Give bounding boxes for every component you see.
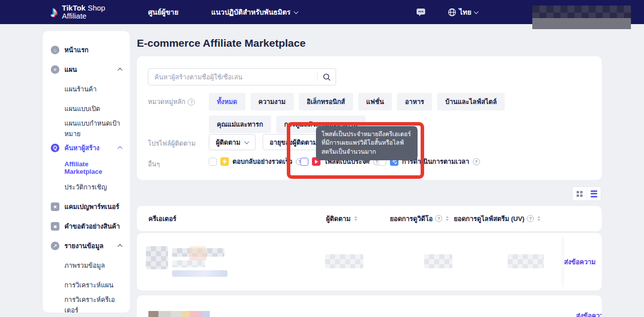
category-chip-fashion[interactable]: แฟชั่น	[358, 93, 392, 111]
view-toggle	[572, 186, 601, 201]
sidebar-item-shop-plan[interactable]: แผนร้านค้า	[43, 79, 130, 99]
chevron-up-icon	[118, 146, 123, 151]
chevron-down-icon	[293, 9, 298, 14]
sidebar-item-label: ประวัติการเชิญ	[64, 182, 107, 192]
category-chip-food[interactable]: อาหาร	[397, 93, 432, 111]
nav-partner-guidelines[interactable]: แนวปฏิบัติสำหรับพันธมิตร	[211, 7, 298, 18]
sort-icon[interactable]	[537, 216, 540, 221]
list-view-button[interactable]	[587, 187, 601, 200]
header-label: ยอดการดูวิดีโอ	[390, 214, 433, 224]
logo-affiliate: Affiliate	[62, 12, 105, 21]
sidebar-item-plans[interactable]: ≡ แผน	[43, 60, 130, 79]
category-chip-all[interactable]: ทั้งหมด	[209, 93, 246, 111]
globe-icon	[448, 8, 456, 17]
sidebar-item-data-reports[interactable]: ↗ รายงานข้อมูล	[43, 236, 130, 256]
chevron-up-icon	[118, 68, 123, 73]
sidebar-item-open-plan[interactable]: แผนแบบเปิด	[43, 99, 130, 119]
filter-quick-reply: ตอบกลับอย่างรวดเร็ว ?	[209, 156, 303, 167]
send-message-button[interactable]: ส่งข้อความ	[564, 257, 596, 267]
header-label: ครีเอเตอร์	[148, 214, 177, 224]
nav-seller-center-label: ศูนย์ผู้ขาย	[148, 7, 179, 18]
tiktok-note-icon: ♪	[50, 5, 58, 20]
redacted-followers-value	[325, 254, 363, 268]
search-icon[interactable]	[317, 73, 336, 81]
plan-icon: ≡	[51, 65, 59, 74]
category-label-text: หมวดหมู่หลัก	[148, 96, 185, 107]
messages-icon[interactable]	[416, 8, 426, 17]
sidebar-item-label: รายงานข้อมูล	[64, 241, 118, 251]
sidebar-item-partner-campaigns[interactable]: ★ แคมเปญพาร์ทเนอร์	[43, 197, 130, 217]
category-chip-home-lifestyle[interactable]: บ้านและไลฟ์สไตล์	[437, 93, 505, 111]
column-header-followers[interactable]: ผู้ติดตาม	[326, 206, 357, 231]
creator-table-row-partial: ส่งข้อความ	[137, 295, 602, 317]
sort-icon[interactable]	[354, 216, 357, 221]
sidebar-item-sample-requests[interactable]: ■ คำขอตัวอย่างสินค้า	[43, 217, 130, 236]
others-label-text: อื่นๆ	[148, 159, 160, 169]
sidebar-item-data-overview[interactable]: ภาพรวมข้อมูล	[43, 256, 130, 275]
sidebar-item-affiliate-marketplace[interactable]: Affiliate Marketplace	[43, 158, 130, 177]
redacted-account-name	[532, 6, 631, 19]
help-icon[interactable]: ?	[188, 98, 195, 105]
sidebar-item-label: แผน	[64, 64, 118, 75]
send-message-button[interactable]: ส่งข้อความ	[576, 310, 602, 317]
category-filter-label: หมวดหมู่หลัก ?	[148, 96, 195, 107]
page-title: E-commerce Affiliate Marketplace	[137, 37, 305, 49]
category-chip-beauty[interactable]: ความงาม	[251, 93, 294, 111]
help-icon[interactable]: ?	[435, 215, 442, 222]
redacted-avatar-strip	[148, 311, 210, 317]
quick-reply-checkbox[interactable]	[209, 158, 217, 166]
redacted-livestream-views-value	[508, 254, 544, 268]
posts-regularly-checkbox[interactable]	[300, 158, 308, 166]
app-window: ♪ TikTok Shop Affiliate ศูนย์ผู้ขาย แนวป…	[0, 0, 644, 317]
filter-panel: หมวดหมู่หลัก ? ทั้งหมด ความงาม อิเล็กทรอ…	[137, 56, 602, 180]
follower-profile-label-text: โปรไฟล์ผู้ติดตาม	[148, 138, 196, 149]
column-header-livestream-views[interactable]: ยอดการดูไลฟ์สตรีม (UV) ?	[454, 206, 540, 231]
posts-regularly-tooltip: โพสต์เป็นประจำหมายถึงครีเอเตอร์ที่มีการเ…	[316, 126, 418, 160]
redacted-account-block	[532, 18, 631, 29]
category-chip-mom-baby[interactable]: คุณแม่และทารก	[209, 116, 271, 133]
language-label: ไทย	[459, 7, 471, 18]
help-icon[interactable]: ?	[473, 158, 480, 165]
sidebar-item-invitation-history[interactable]: ประวัติการเชิญ	[43, 177, 130, 197]
sidebar-item-label: แผนร้านค้า	[64, 84, 97, 94]
nav-seller-center[interactable]: ศูนย์ผู้ขาย	[148, 7, 179, 18]
home-icon: ⌂	[51, 46, 59, 54]
follower-filter-dropdowns: ผู้ติดตาม อายุของผู้ติดตาม	[209, 134, 332, 150]
chevron-up-icon	[118, 244, 123, 249]
sidebar-item-label: Affiliate Marketplace	[64, 160, 122, 175]
sidebar-item-label: แคมเปญพาร์ทเนอร์	[64, 201, 122, 212]
chevron-down-icon	[244, 139, 249, 144]
lightning-icon	[220, 157, 229, 166]
column-header-creator: ครีเอเตอร์	[148, 206, 177, 231]
followers-dropdown[interactable]: ผู้ติดตาม	[209, 134, 256, 150]
sidebar-item-plan-analysis[interactable]: การวิเคราะห์แผน	[43, 275, 130, 295]
creator-search-box	[148, 68, 336, 85]
nav-partner-guidelines-label: แนวปฏิบัติสำหรับพันธมิตร	[211, 7, 291, 18]
sidebar-item-label: แผนแบบเปิด	[64, 103, 100, 114]
category-chip-electronics[interactable]: อิเล็กทรอนิกส์	[299, 93, 353, 111]
sample-box-icon: ■	[51, 222, 59, 231]
logo-text: TikTok Shop Affiliate	[62, 4, 105, 21]
creator-table-header: ครีเอเตอร์ ผู้ติดตาม ยอดการดูวิดีโอ ? ยอ…	[137, 206, 602, 231]
header-label: ผู้ติดตาม	[326, 214, 351, 224]
column-header-video-views[interactable]: ยอดการดูวิดีโอ ?	[390, 206, 449, 231]
sidebar-item-label: ภาพรวมข้อมูล	[64, 260, 105, 271]
sidebar-item-find-creators[interactable]: Q ค้นหาผู้สร้าง	[43, 138, 130, 158]
redacted-creator-tags	[172, 270, 227, 277]
chevron-down-icon	[474, 9, 479, 14]
logo-shop: Shop	[88, 4, 105, 12]
sidebar: ⌂ หน้าแรก ≡ แผน แผนร้านค้า แผนแบบเปิด แผ…	[43, 31, 130, 312]
redacted-video-views-value	[424, 254, 452, 268]
logo-tiktok: TikTok	[62, 4, 86, 12]
sidebar-item-target-plan[interactable]: แผนแบบกำหนดเป้าหมาย	[43, 119, 130, 138]
search-input[interactable]	[148, 73, 317, 81]
sidebar-item-home[interactable]: ⌂ หน้าแรก	[43, 40, 130, 60]
sidebar-item-creator-analysis[interactable]: การวิเคราะห์ครีเอเตอร์	[43, 295, 130, 314]
redacted-avatar	[146, 246, 168, 269]
grid-view-button[interactable]	[573, 187, 587, 200]
tiktok-shop-affiliate-logo[interactable]: ♪ TikTok Shop Affiliate	[50, 4, 105, 21]
language-selector[interactable]: ไทย	[448, 7, 478, 18]
sort-icon[interactable]	[446, 216, 449, 221]
redacted-creator-handle	[172, 260, 205, 267]
help-icon[interactable]: ?	[527, 215, 534, 222]
